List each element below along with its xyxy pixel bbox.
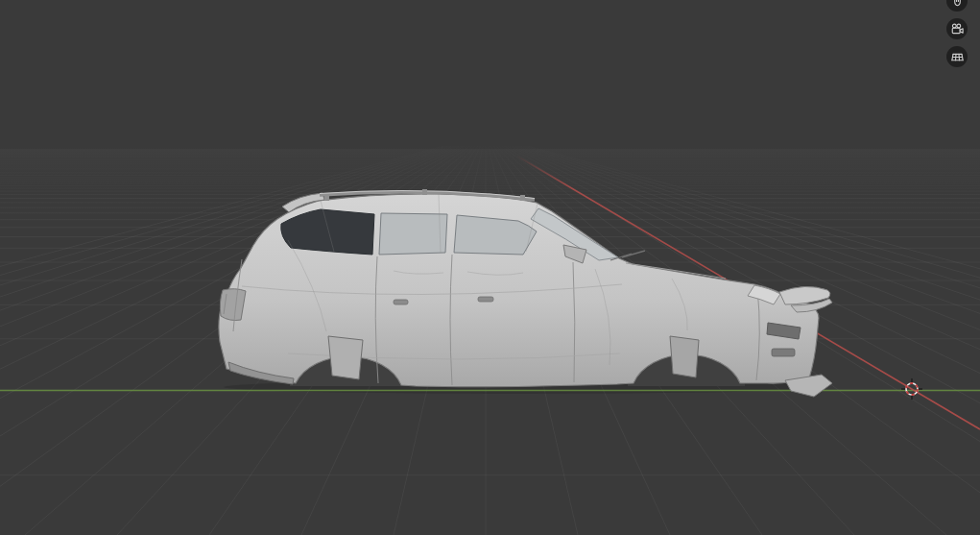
scene-canvas <box>0 0 980 535</box>
move-view-icon <box>950 0 965 9</box>
rear-door-window <box>379 213 447 255</box>
rail-foot <box>422 189 427 195</box>
taillight <box>220 289 246 321</box>
rail-foot <box>324 195 329 201</box>
toggle-ortho-button[interactable] <box>946 46 968 67</box>
camera-view-button[interactable] <box>946 18 968 39</box>
bumper-vent <box>772 349 795 356</box>
front-door-handle <box>478 297 493 302</box>
camera-view-icon <box>950 22 965 36</box>
ortho-grid-icon <box>950 50 965 64</box>
rail-foot <box>520 195 525 201</box>
front-arch-flap <box>670 336 699 377</box>
wiper <box>622 251 645 257</box>
3d-viewport[interactable] <box>0 0 980 535</box>
rear-arch-flap <box>328 336 363 379</box>
rear-door-handle <box>394 300 408 304</box>
